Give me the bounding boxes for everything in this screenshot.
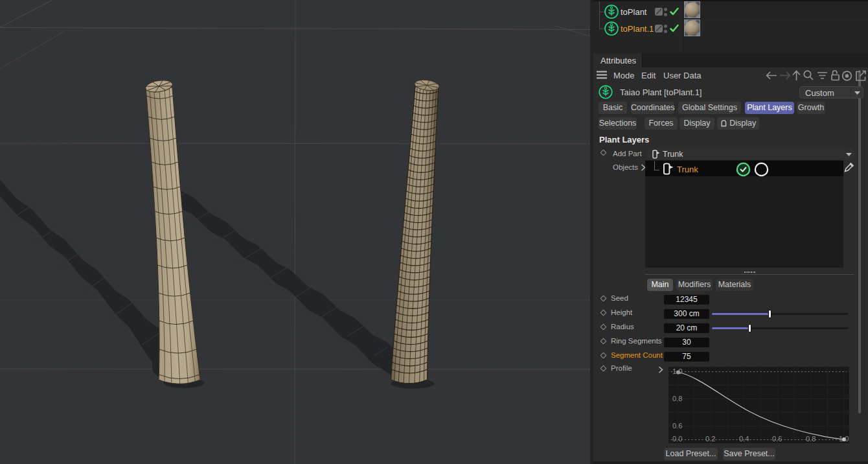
svg-text:0.8: 0.8: [806, 435, 816, 443]
svg-text:1.0: 1.0: [672, 367, 682, 375]
svg-text:0.0: 0.0: [672, 435, 682, 443]
svg-text:1.0: 1.0: [839, 435, 849, 443]
svg-text:0.2: 0.2: [705, 435, 715, 443]
svg-text:0.6: 0.6: [772, 435, 782, 443]
svg-text:0.8: 0.8: [672, 395, 682, 402]
svg-text:0.6: 0.6: [672, 422, 682, 430]
svg-text:0.4: 0.4: [739, 435, 749, 443]
